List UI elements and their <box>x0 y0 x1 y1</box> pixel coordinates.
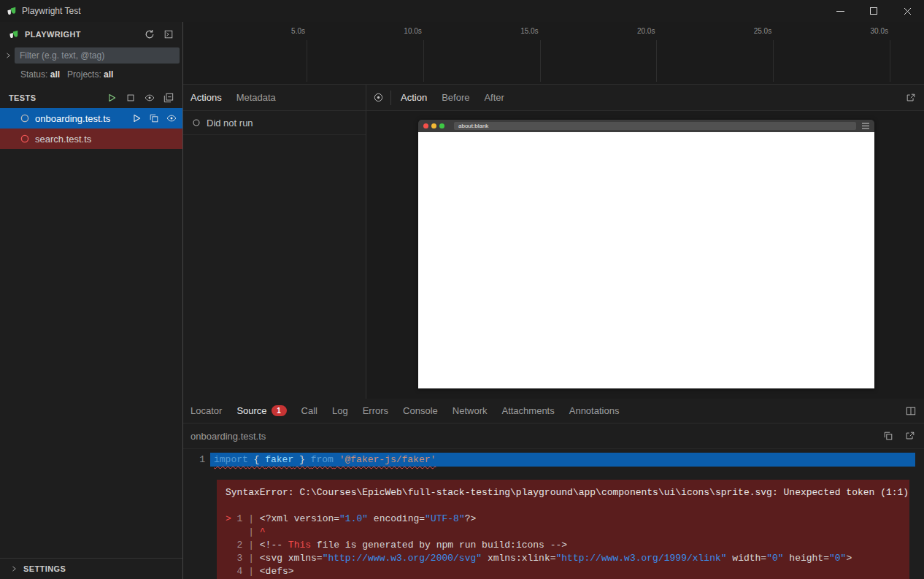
test-list: onboarding.test.tssearch.test.ts <box>0 108 182 149</box>
source-code-view[interactable]: 1 import { faker } from '@faker-js/faker… <box>183 449 924 579</box>
timeline-gridline: 25.0s <box>773 40 774 82</box>
window-title: Playwright Test <box>22 6 80 16</box>
sidebar: PLAYWRIGHT Status: allProjects: all TEST… <box>0 22 183 579</box>
tests-section-header: TESTS <box>0 88 182 108</box>
actions-empty-message: Did not run <box>207 118 253 129</box>
tab-locator[interactable]: Locator <box>183 399 229 423</box>
toggle-split-view-button[interactable] <box>904 404 917 418</box>
tab-action[interactable]: Action <box>393 85 434 110</box>
tab-call[interactable]: Call <box>294 399 325 423</box>
timeline-tick-label: 20.0s <box>637 27 655 35</box>
browser-chrome-bar: about:blank <box>418 120 874 132</box>
reload-tests-button[interactable] <box>143 28 156 41</box>
collapse-all-button[interactable] <box>162 91 175 104</box>
error-frame-line: 4 | <defs> <box>226 565 901 578</box>
copy-source-button[interactable] <box>882 429 895 442</box>
address-bar-url: about:blank <box>458 123 488 129</box>
sidebar-title: PLAYWRIGHT <box>25 30 81 39</box>
did-not-run-circle-icon <box>192 118 201 127</box>
tab-after[interactable]: After <box>477 85 511 110</box>
tab-source[interactable]: Source1 <box>229 399 293 423</box>
middle-panels: ActionsMetadata Did not run ActionBefore… <box>183 85 924 399</box>
tab-metadata[interactable]: Metadata <box>229 85 283 110</box>
stop-button[interactable] <box>124 91 137 104</box>
bottom-panel: LocatorSource1CallLogErrorsConsoleNetwor… <box>183 399 924 579</box>
test-name: onboarding.test.ts <box>35 113 126 124</box>
timeline[interactable]: 5.0s10.0s15.0s20.0s25.0s30.0s <box>183 22 924 85</box>
timeline-gridline: 30.0s <box>890 40 890 82</box>
test-row[interactable]: onboarding.test.ts <box>0 108 182 129</box>
browser-page-blank <box>418 132 874 388</box>
playwright-ui-window: Playwright Test PLAYWRIGHT Status: allPr… <box>0 0 924 579</box>
close-button[interactable] <box>890 0 924 22</box>
test-status-circle-icon <box>20 113 30 123</box>
timeline-gridline: 10.0s <box>423 40 424 82</box>
status-filter-label: Status: <box>20 69 47 80</box>
source-file-bar: onboarding.test.ts <box>183 423 924 449</box>
address-bar: about:blank <box>454 122 856 130</box>
error-frame-line: 2 | <!-- This file is generated by npm r… <box>226 539 901 552</box>
error-count-badge: 1 <box>272 405 287 416</box>
main-area: 5.0s10.0s15.0s20.0s25.0s30.0s ActionsMet… <box>183 22 924 579</box>
status-filters-line: Status: allProjects: all <box>0 66 182 83</box>
timeline-gridline: 20.0s <box>656 40 657 82</box>
actions-panel: ActionsMetadata Did not run <box>183 85 366 399</box>
timeline-gridline: 5.0s <box>307 40 307 82</box>
bottom-tabs: LocatorSource1CallLogErrorsConsoleNetwor… <box>183 399 626 423</box>
error-frame-line: > 1 | <?xml version="1.0" encoding="UTF-… <box>226 513 901 526</box>
chevron-right-icon <box>10 565 18 572</box>
filter-row <box>0 45 182 66</box>
timeline-tick-label: 5.0s <box>291 27 305 35</box>
test-status-circle-icon <box>20 134 30 144</box>
minimize-button[interactable] <box>823 0 857 22</box>
tests-title: TESTS <box>9 93 36 102</box>
watch-test-icon[interactable] <box>166 113 177 123</box>
open-source-file-icon[interactable] <box>149 113 159 123</box>
sidebar-header: PLAYWRIGHT <box>0 23 182 45</box>
open-source-external-button[interactable] <box>904 429 917 442</box>
actions-empty-row: Did not run <box>183 111 366 135</box>
browser-snapshot: about:blank <box>418 120 874 388</box>
test-name: search.test.ts <box>35 134 177 145</box>
run-all-button[interactable] <box>105 91 118 104</box>
timeline-tick-label: 15.0s <box>520 27 538 35</box>
source-file-name: onboarding.test.ts <box>190 431 266 442</box>
pick-locator-icon[interactable] <box>366 91 391 105</box>
line-number: 1 <box>183 453 210 467</box>
source-line-1: 1 import { faker } from '@faker-js/faker… <box>183 453 924 467</box>
status-filter-value: all <box>104 69 113 80</box>
maximize-button[interactable] <box>857 0 890 22</box>
tab-before[interactable]: Before <box>434 85 477 110</box>
bottom-tabbar: LocatorSource1CallLogErrorsConsoleNetwor… <box>183 399 924 423</box>
run-test-icon[interactable] <box>131 113 142 123</box>
tab-errors[interactable]: Errors <box>355 399 396 423</box>
error-frame-line: 3 | <svg xmlns="http://www.w3.org/2000/s… <box>226 552 901 565</box>
tab-log[interactable]: Log <box>325 399 355 423</box>
tab-attachments[interactable]: Attachments <box>494 399 561 423</box>
timeline-tick-label: 10.0s <box>404 27 421 35</box>
status-filter[interactable]: Projects: all <box>67 69 113 80</box>
snapshot-tabs: ActionBeforeAfter <box>393 85 512 110</box>
watch-all-button[interactable] <box>143 91 156 104</box>
test-row[interactable]: search.test.ts <box>0 129 182 149</box>
open-snapshot-external-button[interactable] <box>904 91 917 104</box>
toggle-output-button[interactable] <box>162 28 175 41</box>
status-filter-label: Projects: <box>67 69 101 80</box>
playwright-icon <box>9 29 19 39</box>
traffic-light-yellow-icon <box>431 123 436 129</box>
browser-menu-icon <box>862 123 869 129</box>
tab-network[interactable]: Network <box>445 399 495 423</box>
tab-annotations[interactable]: Annotations <box>562 399 627 423</box>
status-filter[interactable]: Status: all <box>20 69 60 80</box>
tab-console[interactable]: Console <box>396 399 445 423</box>
playwright-logo-icon <box>7 6 17 16</box>
tab-actions[interactable]: Actions <box>183 85 229 110</box>
settings-section-header[interactable]: SETTINGS <box>0 558 182 579</box>
status-filter-value: all <box>50 69 60 80</box>
filter-input[interactable] <box>15 47 180 64</box>
syntax-error-block: SyntaxError: C:\Courses\EpicWeb\full-sta… <box>217 480 909 579</box>
settings-title: SETTINGS <box>23 564 66 573</box>
chevron-right-icon[interactable] <box>4 52 12 59</box>
titlebar: Playwright Test <box>0 0 924 22</box>
timeline-gridline: 15.0s <box>540 40 541 82</box>
